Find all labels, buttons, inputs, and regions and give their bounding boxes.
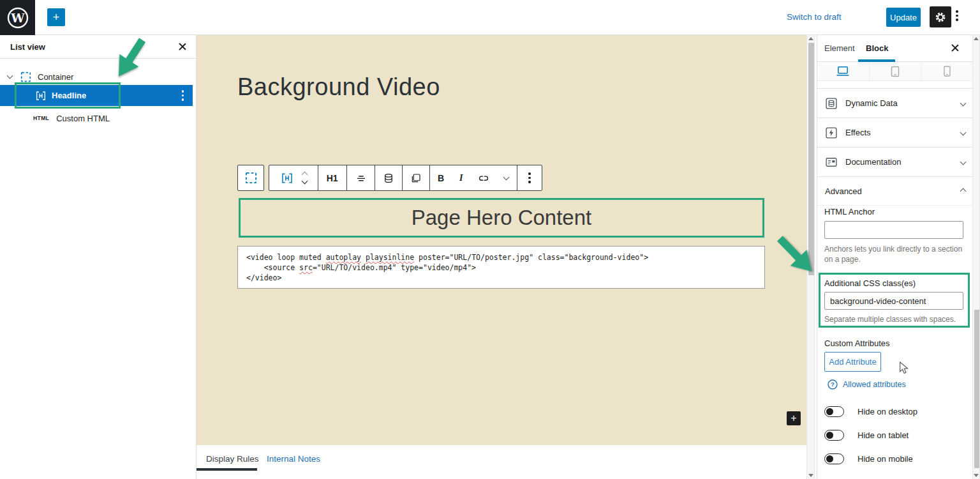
css-classes-help: Separate multiple classes with spaces. bbox=[824, 314, 966, 324]
headline-block-icon bbox=[281, 172, 293, 185]
switch-to-draft-link[interactable]: Switch to draft bbox=[787, 12, 842, 22]
list-view-panel: List view Container Headline HTML Custom… bbox=[0, 35, 197, 479]
tab-display-rules[interactable]: Display Rules bbox=[206, 454, 259, 464]
responsive-device-switcher bbox=[817, 62, 973, 81]
html-block-icon: HTML bbox=[33, 115, 49, 121]
link-button[interactable] bbox=[471, 165, 496, 190]
custom-html-block[interactable]: <video loop muted autoplay playsinline p… bbox=[237, 246, 765, 289]
more-formatting-button[interactable] bbox=[496, 165, 517, 190]
more-options-icon[interactable] bbox=[956, 10, 958, 21]
block-options-button[interactable] bbox=[524, 165, 535, 190]
headline-block-icon bbox=[35, 90, 47, 102]
block-settings-sidebar: Element Block bbox=[817, 35, 972, 479]
toggle-label: Hide on tablet bbox=[858, 430, 909, 440]
scrollbar-thumb[interactable] bbox=[808, 43, 814, 275]
toggle-label: Hide on mobile bbox=[858, 454, 913, 464]
headline-text[interactable]: Page Hero Content bbox=[412, 206, 592, 230]
headline-block-selected[interactable]: Page Hero Content bbox=[239, 198, 764, 238]
italic-button[interactable]: I bbox=[452, 165, 471, 190]
align-center-button[interactable] bbox=[352, 165, 371, 190]
editor-canvas: Background Video H1 bbox=[197, 35, 806, 479]
hide-on-tablet-toggle[interactable] bbox=[824, 430, 844, 441]
device-desktop-button[interactable] bbox=[817, 62, 870, 80]
add-attribute-button[interactable]: Add Attribute bbox=[824, 352, 881, 372]
panel-effects[interactable]: Effects bbox=[817, 118, 973, 147]
allowed-attributes-label: Allowed attributes bbox=[843, 380, 906, 389]
documentation-icon bbox=[825, 156, 838, 169]
chevron-down-icon[interactable] bbox=[7, 72, 13, 79]
hide-on-desktop-toggle[interactable] bbox=[824, 406, 844, 417]
update-button[interactable]: Update bbox=[886, 8, 921, 27]
list-item-headline-selected[interactable]: Headline bbox=[0, 85, 193, 106]
container-block-icon bbox=[20, 72, 31, 82]
scroll-down-icon[interactable] bbox=[973, 472, 979, 479]
container-block-icon bbox=[245, 172, 257, 184]
sidebar-header: Element Block bbox=[817, 35, 973, 62]
add-block-button[interactable]: + bbox=[47, 8, 65, 26]
hide-on-tablet-row: Hide on tablet bbox=[824, 430, 909, 441]
page-title[interactable]: Background Video bbox=[237, 73, 440, 101]
device-tablet-button[interactable] bbox=[870, 62, 922, 80]
settings-button[interactable] bbox=[930, 6, 951, 27]
tablet-icon bbox=[891, 66, 900, 77]
panel-label: Effects bbox=[845, 128, 953, 137]
svg-text:W: W bbox=[10, 11, 25, 25]
panel-advanced[interactable]: Advanced bbox=[817, 176, 973, 206]
wordpress-w-icon: W bbox=[6, 6, 29, 29]
panel-documentation[interactable]: Documentation bbox=[817, 147, 973, 176]
block-toolbar-parent bbox=[237, 165, 264, 191]
scroll-down-icon[interactable] bbox=[807, 472, 814, 479]
tab-internal-notes[interactable]: Internal Notes bbox=[267, 454, 320, 464]
select-container-button[interactable] bbox=[238, 165, 264, 190]
toggle-label: Hide on desktop bbox=[858, 407, 917, 416]
active-tab-underline bbox=[197, 468, 257, 471]
database-icon bbox=[383, 172, 394, 184]
code-line: <source src="URL/TO/video.mp4" type="vid… bbox=[246, 262, 756, 273]
html-anchor-input[interactable] bbox=[824, 221, 963, 239]
dynamic-data-button[interactable] bbox=[379, 165, 398, 190]
tab-element[interactable]: Element bbox=[824, 43, 855, 53]
block-mover[interactable] bbox=[300, 165, 309, 190]
scroll-up-icon[interactable] bbox=[807, 35, 814, 42]
mobile-icon bbox=[944, 66, 951, 77]
device-mobile-button[interactable] bbox=[921, 62, 973, 80]
list-item-label: Container bbox=[38, 72, 73, 82]
scroll-up-icon[interactable] bbox=[973, 35, 979, 42]
move-up-icon[interactable] bbox=[302, 172, 308, 178]
sidebar-scrollbar[interactable] bbox=[972, 35, 980, 479]
meta-box-tabs: Display Rules Internal Notes bbox=[197, 445, 806, 479]
list-view-header: List view bbox=[0, 35, 196, 59]
link-icon bbox=[477, 172, 490, 185]
panel-dynamic-data[interactable]: Dynamic Data bbox=[817, 88, 973, 118]
allowed-attributes-link[interactable]: ? Allowed attributes bbox=[828, 379, 906, 390]
canvas-scrollbar[interactable] bbox=[806, 35, 815, 479]
dynamic-data-icon bbox=[825, 97, 838, 110]
scrollbar-thumb[interactable] bbox=[974, 310, 979, 468]
list-item-container[interactable]: Container bbox=[0, 67, 193, 86]
css-classes-input[interactable] bbox=[824, 292, 963, 310]
html-anchor-label: HTML Anchor bbox=[824, 207, 875, 217]
move-down-icon[interactable] bbox=[302, 178, 308, 185]
gear-icon bbox=[934, 11, 947, 24]
chevron-down-icon bbox=[503, 174, 510, 180]
more-options-icon bbox=[528, 172, 531, 183]
hide-on-mobile-toggle[interactable] bbox=[824, 453, 844, 464]
chevron-down-icon bbox=[960, 159, 967, 165]
list-item-label: Headline bbox=[52, 91, 86, 100]
bold-button[interactable]: B bbox=[430, 165, 452, 190]
list-item-custom-html[interactable]: HTML Custom HTML bbox=[0, 109, 193, 128]
code-line: <video loop muted autoplay playsinline p… bbox=[246, 252, 756, 262]
wordpress-logo-icon[interactable]: W bbox=[0, 0, 35, 35]
duplicate-button[interactable] bbox=[406, 165, 426, 190]
effects-icon bbox=[825, 126, 838, 139]
chevron-down-icon bbox=[960, 100, 967, 107]
list-item-label: Custom HTML bbox=[56, 114, 110, 123]
add-block-button-canvas[interactable]: + bbox=[787, 411, 801, 425]
block-options-icon[interactable] bbox=[182, 90, 184, 101]
custom-attributes-label: Custom Attributes bbox=[824, 338, 890, 348]
code-line: </video> bbox=[246, 273, 756, 283]
headline-block-button[interactable] bbox=[277, 165, 297, 190]
heading-level-button[interactable]: H1 bbox=[323, 165, 342, 190]
svg-text:?: ? bbox=[831, 381, 835, 388]
tab-block[interactable]: Block bbox=[866, 43, 888, 53]
